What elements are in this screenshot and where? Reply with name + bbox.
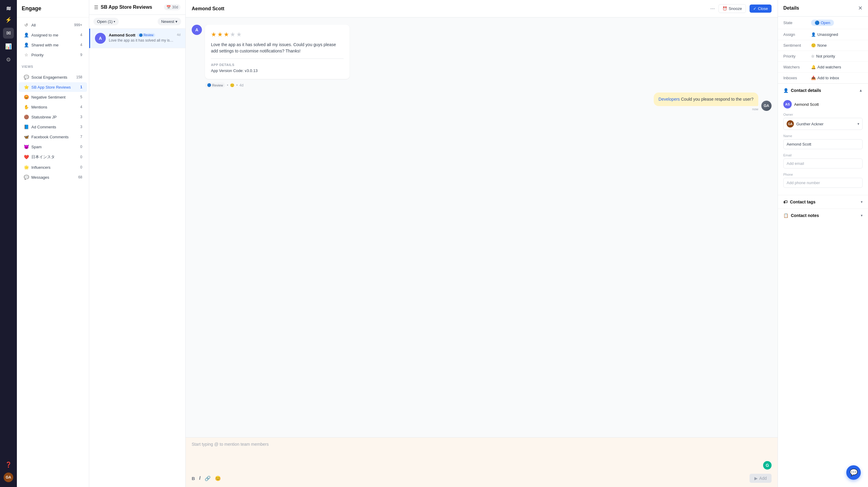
star-rating: ★ ★ ★ ★ ★ [211,31,344,38]
phone-input[interactable] [783,178,863,188]
platform-badge: 🔵 Review [205,83,225,88]
filter-button[interactable]: Open (1) ▾ [93,18,119,25]
sidebar-item-spam[interactable]: 😈 Spam 0 [19,142,87,152]
star-4: ★ [230,31,236,38]
email-field: Email [783,153,863,169]
tags-collapse-icon: ▾ [861,200,863,204]
snooze-icon: ⏰ [722,6,727,11]
mentions-icon: ✋ [24,104,29,110]
close-conversation-button[interactable]: ✓ Close [749,4,772,13]
sidebar-item-shared[interactable]: 👤 Shared with me 4 [19,40,87,50]
details-close-button[interactable]: ✕ [858,5,863,11]
conversation-item[interactable]: A Aemond Scott 🔵 Review Love the app as … [89,29,185,48]
sidebar-item-priority[interactable]: ☆ Priority 9 [19,50,87,60]
nav-icon-engage[interactable]: ⚡ [3,14,14,25]
all-icon: ↺ [24,23,29,27]
sidebar-item-shared-count: 4 [80,43,82,47]
nav-icon-settings[interactable]: ⚙ [3,54,14,65]
assigned-icon: 👤 [24,33,29,37]
watchers-value[interactable]: 🔔 Add watchers [811,65,841,69]
sidebar-item-fb-comments-label: Facebook Comments [31,135,78,139]
send-button[interactable]: ▶ Add [749,474,772,483]
sort-chevron-icon: ▾ [176,19,178,24]
sidebar-item-sb-app[interactable]: ⭐ SB App Store Reviews 1 [19,82,87,92]
contact-details-section: 👤 Contact details ▲ AS Aemond Scott Owne… [778,84,868,195]
fb-comments-icon: 🦋 [24,134,29,139]
star-2: ★ [217,31,223,38]
nav-icon-analytics[interactable]: 📊 [3,41,14,52]
sidebar-item-social[interactable]: 💬 Social Engagements 158 [19,72,87,82]
italic-button[interactable]: I [199,476,200,481]
contact-tags-title: 🏷 Contact tags [783,200,815,204]
inboxes-value[interactable]: 📥 Add to inbox [811,75,839,80]
chat-actions: ··· ⏰ Snooze ✓ Close [710,4,772,13]
name-input[interactable] [783,139,863,149]
details-priority-row: Priority ☆ Not priority [778,51,868,62]
priority-value[interactable]: ☆ Not priority [811,54,835,58]
emoji-reaction[interactable]: 🙂 [230,83,235,87]
details-sentiment-row: Sentiment 🙂 None [778,40,868,51]
sidebar-item-fb-comments[interactable]: 🦋 Facebook Comments 7 [19,132,87,142]
send-icon: ▶ [754,476,758,481]
owner-chevron-icon: ▾ [858,122,859,126]
state-badge[interactable]: 🔵 Open [811,20,834,26]
nav-icon-help[interactable]: ❓ [3,459,14,470]
sidebar-item-influencers[interactable]: 🌟 Influencers 0 [19,162,87,172]
sidebar-item-assigned[interactable]: 👤 Assigned to me 4 [19,30,87,40]
sidebar-item-statusbrew-label: Statusbrew JP [31,115,78,119]
star-3: ★ [224,31,229,38]
snooze-button[interactable]: ⏰ Snooze [718,4,746,13]
sidebar-item-shared-label: Shared with me [31,43,78,47]
sidebar-item-statusbrew[interactable]: 🟤 Statusbrew JP 3 [19,112,87,122]
sidebar-item-social-label: Social Engagements [31,75,74,80]
contact-notes-header[interactable]: 📋 Contact notes ▾ [778,209,868,222]
more-options-button[interactable]: ··· [710,5,715,12]
sidebar-item-negative-count: 5 [80,95,82,99]
phone-field: Phone [783,173,863,188]
contact-tags-header[interactable]: 🏷 Contact tags ▾ [778,195,868,209]
state-value: 🔵 Open [811,20,834,26]
state-label: State [783,21,807,25]
sidebar-views-section: 💬 Social Engagements 158 ⭐ SB App Store … [17,70,89,185]
sidebar-item-all-label: All [31,23,72,27]
chat-support-bubble[interactable]: 💬 [846,465,861,480]
sentiment-value[interactable]: 🙂 None [811,43,827,48]
composer-textarea[interactable]: Start typing @ to mention team members [192,442,772,460]
sidebar-item-mentions[interactable]: ✋ Mentions 4 [19,102,87,112]
email-input[interactable] [783,158,863,169]
emoji-button[interactable]: 😊 [215,476,221,481]
sidebar-item-japan[interactable]: ❤️ 日本インスタ 0 [19,152,87,162]
sidebar-item-mentions-label: Mentions [31,105,78,110]
assign-label: Assign [783,32,807,37]
sidebar-item-messages[interactable]: 💬 Messages 68 [19,172,87,182]
tag-icon: 🏷 [783,200,787,204]
sidebar-item-ad-comments[interactable]: 📘 Ad Comments 3 [19,122,87,132]
sidebar-item-all[interactable]: ↺ All 999+ [19,20,87,30]
conv-content: Aemond Scott 🔵 Review Love the app as it… [109,33,174,42]
owner-select[interactable]: GA Gunther Ackner ▾ [783,118,863,130]
assign-value[interactable]: 👤 Unassigned [811,32,838,37]
name-field: Name [783,134,863,149]
sidebar-item-mentions-count: 4 [80,105,82,109]
sidebar-item-negative[interactable]: 😡 Negative Sentiment 5 [19,92,87,102]
sort-button[interactable]: Newest ▾ [158,18,181,25]
bold-button[interactable]: B [192,476,195,481]
conv-name: Aemond Scott [109,33,135,37]
contact-avatar-sm: AS [783,100,792,109]
name-field-label: Name [783,134,863,138]
icon-nav: ≋ ⚡ ✉ 📊 ⚙ ❓ GA [0,0,17,487]
conv-list-header: ☰ SB App Store Reviews 📅 30d [89,0,185,15]
review-time: 4d [239,83,243,87]
user-avatar[interactable]: GA [4,473,13,482]
link-button[interactable]: 🔗 [205,476,211,481]
details-inboxes-row: Inboxes 📥 Add to inbox [778,72,868,84]
menu-icon[interactable]: ☰ [94,4,98,10]
nav-icon-inbox[interactable]: ✉ [3,28,14,38]
sidebar-item-influencers-count: 0 [80,165,82,170]
phone-field-label: Phone [783,173,863,176]
owner-field: Owner GA Gunther Ackner ▾ [783,113,863,130]
filter-label: Open (1) [97,19,113,24]
spam-icon: 😈 [24,144,29,149]
conv-preview: Love the app as it has solved all my iss… [109,38,174,42]
contact-details-header[interactable]: 👤 Contact details ▲ [778,84,868,97]
